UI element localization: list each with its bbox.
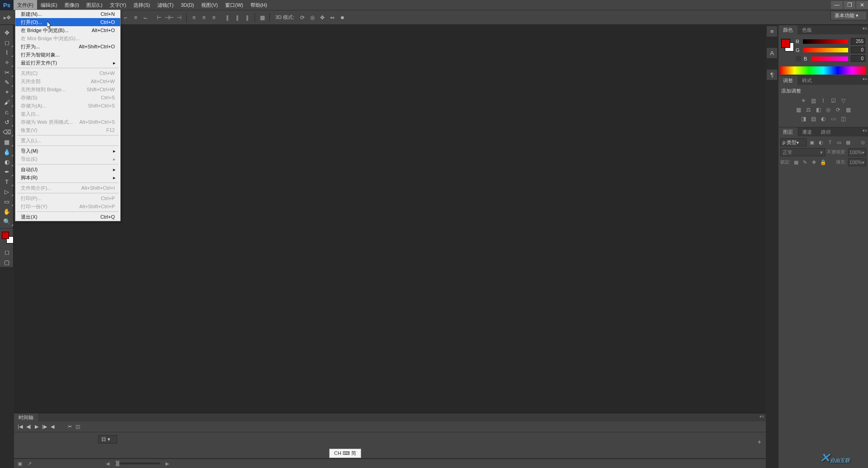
menu-3d[interactable]: 3D(D) <box>177 0 198 10</box>
distribute-left-icon[interactable]: ‖ <box>223 13 232 22</box>
levels-icon[interactable]: ▥ <box>810 97 817 104</box>
magic-wand-tool[interactable]: ✧ <box>0 57 14 67</box>
posterize-icon[interactable]: ▤ <box>810 115 817 122</box>
ime-indicator[interactable]: CH ⌨ 简 <box>329 449 361 458</box>
character-panel-icon[interactable]: A <box>766 47 778 59</box>
auto-align-icon[interactable]: ▦ <box>258 13 267 22</box>
file-menu-item[interactable]: 打开为...Alt+Shift+Ctrl+O <box>15 42 120 51</box>
fill-value[interactable]: 100% ▾ <box>848 158 866 166</box>
3d-slide-icon[interactable]: ⇔ <box>328 13 337 22</box>
file-menu-item[interactable]: 打开(O)...Ctrl+O <box>15 18 120 26</box>
opacity-value[interactable]: 100% ▾ <box>848 148 866 156</box>
filter-smart-icon[interactable]: ▦ <box>844 139 852 146</box>
b-value[interactable]: 0 <box>851 55 865 62</box>
gradient-map-icon[interactable]: ▭ <box>830 115 837 122</box>
goto-first-frame-icon[interactable]: |◀ <box>18 424 23 430</box>
align-top-icon[interactable]: ⌐ <box>121 13 130 22</box>
workspace-switcher[interactable]: 基本功能 ▾ <box>830 11 867 20</box>
3d-roll-icon[interactable]: ◎ <box>308 13 317 22</box>
add-media-icon[interactable]: + <box>758 438 761 445</box>
goto-last-frame-icon[interactable]: ◀ <box>51 424 54 430</box>
adjustments-panel-menu-icon[interactable]: ▾≡ <box>863 77 867 81</box>
gradient-tool[interactable]: ▦ <box>0 137 14 147</box>
menu-edit[interactable]: 编辑(E) <box>37 0 61 10</box>
r-slider[interactable] <box>803 39 848 44</box>
menu-image[interactable]: 图像(I) <box>61 0 83 10</box>
tab-layers[interactable]: 图层 <box>778 127 797 136</box>
g-value[interactable]: 0 <box>851 47 865 53</box>
screen-mode-toggle[interactable]: ▢ <box>0 257 14 267</box>
filter-type-icon[interactable]: T <box>826 139 834 146</box>
tab-swatches[interactable]: 色板 <box>797 25 816 34</box>
history-panel-icon[interactable]: ≡ <box>766 26 778 37</box>
file-menu-item[interactable]: 新建(N)...Ctrl+N <box>15 10 120 18</box>
timeline-type-dropdown[interactable]: 日 ▾ <box>98 435 117 444</box>
file-menu-item[interactable]: 退出(X)Ctrl+Q <box>15 213 120 221</box>
close-button[interactable]: ✕ <box>856 1 868 9</box>
menu-help[interactable]: 帮助(H) <box>247 0 271 10</box>
channel-mixer-icon[interactable]: ⟳ <box>835 106 842 113</box>
tab-styles[interactable]: 样式 <box>797 76 816 85</box>
menu-filter[interactable]: 滤镜(T) <box>154 0 177 10</box>
b-slider[interactable] <box>811 56 848 61</box>
pen-tool[interactable]: ✒ <box>0 167 14 177</box>
file-menu-item[interactable]: 在 Bridge 中浏览(B)...Alt+Ctrl+O <box>15 26 120 34</box>
file-menu-item[interactable]: 脚本(R)▸ <box>15 173 120 182</box>
r-value[interactable]: 255 <box>851 38 865 45</box>
menu-file[interactable]: 文件(F) <box>14 0 37 10</box>
foreground-background-colors[interactable] <box>2 232 12 242</box>
tab-color[interactable]: 颜色 <box>778 25 797 34</box>
path-select-tool[interactable]: ▷ <box>0 187 14 197</box>
distribute-hcenter-icon[interactable]: ‖ <box>233 13 242 22</box>
color-swatch-large[interactable] <box>781 39 794 51</box>
3d-pan-icon[interactable]: ✥ <box>318 13 327 22</box>
timeline-collapse-icon[interactable]: ▾≡ <box>760 414 764 419</box>
shape-tool[interactable]: ▭ <box>0 197 14 206</box>
history-brush-tool[interactable]: ↺ <box>0 117 14 127</box>
file-menu-item[interactable]: 打开为智能对象... <box>15 51 120 59</box>
distribute-top-icon[interactable]: ≡ <box>189 13 198 22</box>
file-menu-item[interactable]: 最近打开文件(T)▸ <box>15 59 120 67</box>
lasso-tool[interactable]: ⌇ <box>0 47 14 57</box>
eyedropper-tool[interactable]: ✎ <box>0 77 14 87</box>
g-slider[interactable] <box>803 48 848 52</box>
transition-icon[interactable]: ◫ <box>75 424 80 430</box>
eraser-tool[interactable]: ⌫ <box>0 127 14 137</box>
distribute-bottom-icon[interactable]: ≡ <box>209 13 218 22</box>
file-menu-item[interactable]: 自动(U)▸ <box>15 165 120 173</box>
timeline-zoom-slider[interactable] <box>115 463 160 464</box>
menu-view[interactable]: 视图(V) <box>198 0 222 10</box>
lock-pixels-icon[interactable]: ✎ <box>802 159 809 166</box>
filter-shape-icon[interactable]: ▭ <box>835 139 843 146</box>
brightness-icon[interactable]: ☀ <box>800 97 807 104</box>
prev-frame-icon[interactable]: ◀| <box>26 424 31 430</box>
align-bottom-icon[interactable]: ⌙ <box>141 13 150 22</box>
align-hcenter-icon[interactable]: ⊣⊢ <box>165 13 174 22</box>
move-tool-preset-icon[interactable]: ▸✥ <box>3 13 12 22</box>
menu-layer[interactable]: 图层(L) <box>83 0 106 10</box>
align-left-icon[interactable]: ⊢ <box>155 13 164 22</box>
doc-size-icon[interactable]: ▣ <box>18 461 22 467</box>
marquee-tool[interactable]: ◻ <box>0 37 14 47</box>
move-tool[interactable]: ✥ <box>0 28 14 37</box>
paragraph-panel-icon[interactable]: ¶ <box>766 69 778 80</box>
filter-toggle-icon[interactable]: ⊙ <box>859 139 866 146</box>
align-vcenter-icon[interactable]: ≡ <box>131 13 140 22</box>
healing-brush-tool[interactable]: ⌖ <box>0 87 14 97</box>
maximize-button[interactable]: ❐ <box>844 1 855 9</box>
align-right-icon[interactable]: ⊣ <box>175 13 184 22</box>
minimize-button[interactable]: — <box>831 1 843 9</box>
blur-tool[interactable]: 💧 <box>0 147 14 157</box>
distribute-vcenter-icon[interactable]: ≡ <box>199 13 208 22</box>
crop-tool[interactable]: ✂ <box>0 67 14 77</box>
menu-type[interactable]: 文字(Y) <box>106 0 130 10</box>
color-lookup-icon[interactable]: ▦ <box>844 106 852 113</box>
3d-orbit-icon[interactable]: ⟳ <box>298 13 307 22</box>
layer-filter-kind[interactable]: ρ 类型 ▾ <box>780 138 807 146</box>
tab-channels[interactable]: 通道 <box>797 127 816 136</box>
lock-all-icon[interactable]: 🔒 <box>820 159 827 166</box>
lock-transparent-icon[interactable]: ▦ <box>793 159 800 166</box>
exposure-icon[interactable]: ☑ <box>830 97 837 104</box>
foreground-color-swatch[interactable] <box>2 232 9 239</box>
tab-paths[interactable]: 路径 <box>816 127 835 136</box>
